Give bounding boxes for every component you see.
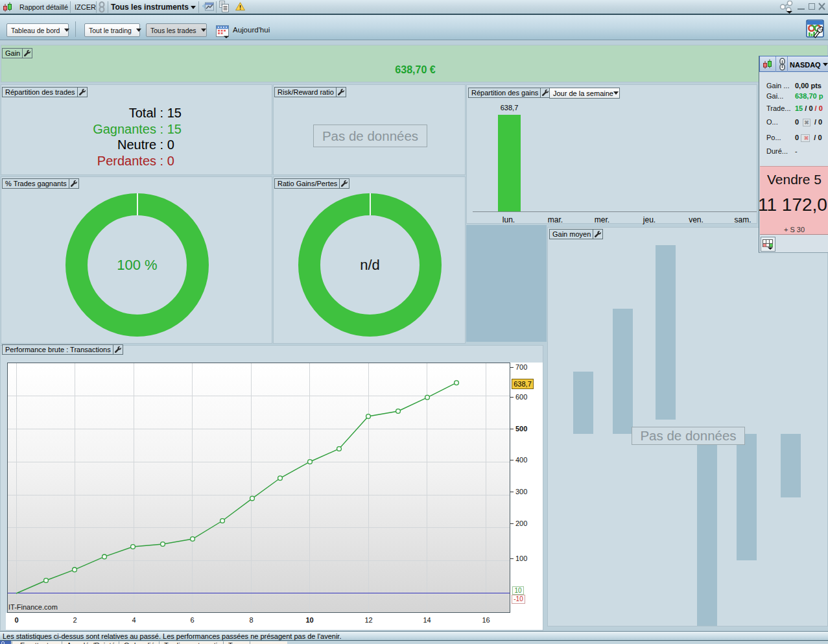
svg-text:IT-Finance.com: IT-Finance.com xyxy=(8,603,58,611)
